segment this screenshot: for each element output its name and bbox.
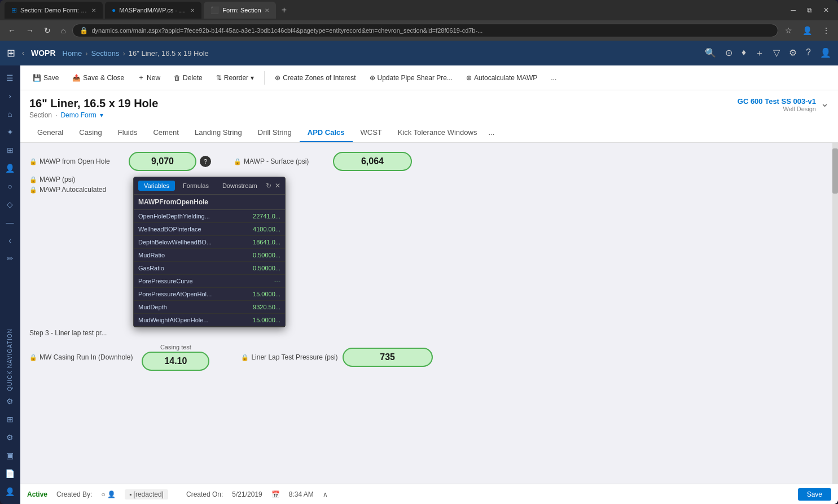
sidebar-collapse-icon[interactable]: ‹ [5,233,15,248]
mawp-open-hole-value[interactable]: 9,070 [129,152,196,171]
sidebar-user-bottom-icon[interactable]: 👤 [2,484,18,499]
address-bar[interactable]: 🔒 dynamics.com/main.aspx?appid=7fece92b-… [72,24,778,37]
sidebar-menu-icon[interactable]: ☰ [3,70,17,86]
tab-drill[interactable]: Drill String [250,124,300,142]
sidebar-pencil-icon[interactable]: ✏ [3,251,17,266]
status-save-button[interactable]: Save [798,488,831,501]
left-sidebar: ☰ › ⌂ ✦ ⊞ 👤 ○ ◇ — ‹ ✏ QUICK NAVIGATION ⚙… [0,65,20,504]
popup-refresh-button[interactable]: ↻ [266,182,271,190]
tab3-label: Form: Section [222,7,261,14]
search-icon[interactable]: 🔍 [705,47,716,59]
forward-button[interactable]: → [23,25,37,36]
target-icon[interactable]: ⊙ [725,47,732,59]
new-button[interactable]: ＋ New [132,69,166,86]
tab2-close[interactable]: ✕ [190,7,195,14]
popup-item-5[interactable]: PorePressureCurve --- [134,275,285,288]
tab-fluids[interactable]: Fluids [110,124,146,142]
plus-icon[interactable]: ＋ [755,47,764,59]
create-zones-button[interactable]: ⊕ Create Zones of Interest [269,71,361,85]
time-expand-icon[interactable]: ∧ [323,490,328,498]
lightbulb-icon[interactable]: ♦ [742,47,746,59]
popup-item-1[interactable]: WellheadBOPInterface 4100.00... [134,223,285,236]
home-button[interactable]: ⌂ [58,25,69,36]
expand-record-icon[interactable]: ⌄ [821,97,829,109]
tab-casing[interactable]: Casing [71,124,109,142]
browser-tab-2[interactable]: ● MASPandMAWP.cs - Repos ✕ [105,2,201,19]
tab-kick[interactable]: Kick Tolerance Windows [390,124,485,142]
breadcrumb-home[interactable]: Home [63,49,82,58]
calendar-icon[interactable]: 📅 [271,490,280,498]
sidebar-minus-icon[interactable]: — [3,214,17,230]
popup-tab-formulas[interactable]: Formulas [177,181,214,191]
sidebar-diamond-icon[interactable]: ◇ [3,196,16,212]
content-area: 💾 Save 📤 Save & Close ＋ New 🗑 Delete [20,65,838,504]
autocalc-icon: ⊕ [466,74,472,82]
popup-item-4[interactable]: GasRatio 0.50000... [134,262,285,275]
tab-general[interactable]: General [29,124,71,142]
tab-apd[interactable]: APD Calcs [300,124,353,142]
popup-item-6[interactable]: PorePressureAtOpenHol... 15.0000... [134,288,285,301]
sidebar-monitor-icon[interactable]: ▣ [3,448,17,463]
question-mark-button[interactable]: ? [200,156,211,167]
sidebar-grid-icon[interactable]: ⊞ [3,142,17,158]
sidebar-expand-icon[interactable]: › [5,88,15,104]
tab-landing[interactable]: Landing String [187,124,250,142]
form-dropdown-icon[interactable]: ▾ [100,111,103,119]
refresh-button[interactable]: ↻ [41,25,54,36]
help-icon[interactable]: ? [806,47,811,59]
popup-item-3[interactable]: MudRatio 0.50000... [134,249,285,262]
tab3-close[interactable]: ✕ [265,7,269,14]
breadcrumb-sections[interactable]: Sections [91,49,120,58]
sidebar-home-icon[interactable]: ⌂ [4,106,15,122]
sidebar-star-icon[interactable]: ✦ [3,124,17,140]
casing-value[interactable]: 14.10 [142,352,209,371]
mawp-surface-value[interactable]: 6,064 [333,152,412,171]
popup-tab-variables[interactable]: Variables [138,181,175,191]
popup-item-value-7: 9320.50... [235,304,280,310]
tab1-close[interactable]: ✕ [91,7,96,14]
popup-item-8[interactable]: MudWeightAtOpenHole... 15.0000... [134,314,285,327]
nav-arrow[interactable]: ‹ [22,49,24,57]
back-button[interactable]: ← [5,25,19,36]
minimize-button[interactable]: ─ [786,5,800,15]
settings-gear-icon[interactable]: ⚙ [789,47,797,59]
liner-lap-value[interactable]: 735 [343,348,433,367]
settings-button[interactable]: ⋮ [819,25,833,36]
browser-title-bar: ⊞ Section: Demo Form: 16" Liner, 1 ✕ ● M… [0,0,838,20]
sidebar-gear-icon[interactable]: ⚙ [3,393,17,409]
right-scrollbar[interactable] [832,143,838,484]
browser-frame: ⊞ Section: Demo Form: 16" Liner, 1 ✕ ● M… [0,0,838,504]
popup-tab-downstream[interactable]: Downstream [217,181,263,191]
toolbar-separator-1 [264,71,265,85]
browser-tab-1[interactable]: ⊞ Section: Demo Form: 16" Liner, 1 ✕ [5,2,103,19]
tab-cement[interactable]: Cement [145,124,187,142]
popup-close-button[interactable]: ✕ [275,182,280,190]
popup-item-0[interactable]: OpenHoleDepthYielding... 22741.0... [134,210,285,223]
autocalc-button[interactable]: ⊕ Autocalculate MAWP [460,71,543,85]
new-tab-button[interactable]: + [278,4,290,16]
popup-item-7[interactable]: MudDepth 9320.50... [134,301,285,314]
star-button[interactable]: ☆ [782,25,796,36]
more-button[interactable]: ... [545,71,562,85]
grid-icon[interactable]: ⊞ [7,47,15,59]
user-icon[interactable]: 👤 [820,47,831,59]
sidebar-person-icon[interactable]: 👤 [2,160,18,176]
sidebar-circle-icon[interactable]: ○ [4,178,15,194]
close-button[interactable]: ✕ [819,5,833,15]
account-button[interactable]: 👤 [799,25,815,36]
restore-button[interactable]: ⧉ [802,5,817,15]
update-pipe-button[interactable]: ⊕ Update Pipe Shear Pre... [364,71,458,85]
tabs-more[interactable]: ... [485,124,498,142]
browser-tab-3[interactable]: ⬛ Form: Section ✕ [204,2,275,19]
tab-wcst[interactable]: WCST [353,124,390,142]
reorder-button[interactable]: ⇅ Reorder ▾ [210,71,260,85]
sidebar-settings-icon[interactable]: ⚙ [3,430,17,445]
well-design-label[interactable]: GC 600 Test SS 003-v1 [738,97,816,106]
popup-item-2[interactable]: DepthBelowWellheadBO... 18641.0... [134,236,285,249]
save-button[interactable]: 💾 Save [27,71,64,85]
delete-button[interactable]: 🗑 Delete [168,71,208,85]
sidebar-doc-icon[interactable]: 📄 [2,466,18,481]
save-close-button[interactable]: 📤 Save & Close [67,71,130,85]
filter-icon[interactable]: ▽ [773,47,780,59]
sidebar-table-icon[interactable]: ⊞ [3,411,17,427]
